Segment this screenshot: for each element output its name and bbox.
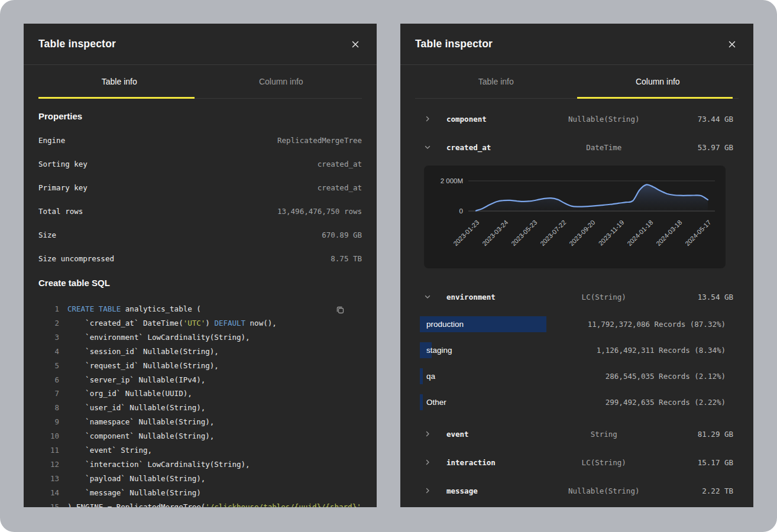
chevron-down-icon — [425, 144, 430, 150]
property-value: 670.89 GB — [322, 231, 362, 239]
property-label: Size — [38, 231, 56, 239]
column-type: LC(String) — [552, 293, 657, 301]
column-row-environment[interactable]: environmentLC(String)13.54 GB — [400, 283, 753, 311]
table-inspector-dialog-column-info: Table inspector Table info Column info c… — [400, 24, 753, 507]
dialog-title: Table inspector — [38, 38, 116, 50]
sql-code-text: `created_at` DateTime('UTC') DEFAULT now… — [67, 316, 277, 330]
line-number: 15 — [38, 500, 59, 507]
column-row-component[interactable]: componentNullable(String)73.44 GB — [400, 105, 753, 133]
property-row: Primary keycreated_at — [38, 176, 362, 199]
column-name: event — [446, 430, 552, 439]
chevron-right-icon — [425, 488, 430, 494]
line-number: 5 — [38, 359, 59, 373]
column-size: 2.22 TB — [656, 486, 733, 495]
column-name: message — [446, 486, 552, 495]
chart-area-fill — [476, 184, 708, 211]
sql-line: 9 `namespace` Nullable(String), — [38, 415, 362, 429]
column-type: Nullable(String) — [552, 115, 657, 124]
sql-code-text: CREATE TABLE analytics_table ( — [67, 302, 201, 316]
chart-x-tick-label: 2023-03-24 — [481, 219, 509, 247]
sql-code-text: `environment` LowCardinality(String), — [67, 330, 250, 345]
sql-line: 10 `component` Nullable(String), — [38, 429, 362, 443]
chart-x-tick-label: 2023-05-23 — [510, 219, 538, 247]
close-button[interactable] — [349, 38, 362, 51]
line-number: 10 — [38, 429, 59, 443]
copy-icon — [335, 305, 345, 315]
column-type: Nullable(String) — [552, 486, 657, 495]
sql-line: 15) ENGINE = ReplicatedMergeTree('/click… — [38, 500, 362, 507]
sql-code-text: `namespace` Nullable(String), — [67, 415, 214, 429]
column-name: environment — [446, 293, 552, 301]
property-row: Total rows13,496,476,750 rows — [38, 199, 362, 223]
column-type: DateTime — [552, 143, 657, 152]
sql-lines: 1CREATE TABLE analytics_table (2 `create… — [38, 302, 362, 507]
sql-line: 5 `request_id` Nullable(String), — [38, 359, 362, 373]
column-row-message[interactable]: messageNullable(String)2.22 TB — [400, 476, 753, 505]
property-label: Primary key — [38, 183, 88, 192]
chart-x-tick-label: 2024-01-18 — [626, 219, 654, 247]
property-row: Sorting keycreated_at — [38, 152, 362, 176]
sql-code-text: `payload` Nullable(String), — [67, 472, 205, 486]
sql-line: 14 `message` Nullable(String) — [38, 486, 362, 500]
sql-line: 8 `user_id` Nullable(String), — [38, 401, 362, 415]
dialog-title: Table inspector — [415, 38, 493, 50]
chart-y-tick-label: 0 — [459, 207, 463, 215]
property-row: EngineReplicatedMergeTree — [38, 128, 362, 152]
sql-code-text: `request_id` Nullable(String), — [67, 359, 219, 373]
property-label: Engine — [38, 136, 65, 145]
line-number: 6 — [38, 373, 59, 387]
value-records: 286,545,035 Records (2.12%) — [606, 372, 726, 381]
value-label: staging — [426, 346, 452, 355]
line-number: 7 — [38, 387, 59, 401]
value-label: Other — [426, 398, 446, 407]
sql-line: 6 `server_ip` Nullable(IPv4), — [38, 373, 362, 387]
tab-bar: Table info Column info — [415, 65, 739, 99]
value-distribution-row: production11,792,372,086 Records (87.32%… — [400, 311, 753, 337]
property-row: Size uncompressed8.75 TB — [38, 246, 362, 270]
property-value: created_at — [318, 183, 362, 192]
sql-code-text: `session_id` Nullable(String), — [67, 345, 219, 359]
sql-line: 3 `environment` LowCardinality(String), — [38, 330, 362, 345]
distribution-bar — [420, 368, 423, 384]
sql-line: 2 `created_at` DateTime('UTC') DEFAULT n… — [38, 316, 362, 330]
property-value: 13,496,476,750 rows — [277, 207, 362, 216]
sql-code-text: `interaction` LowCardinality(String), — [67, 458, 250, 472]
value-label: qa — [426, 372, 435, 381]
tab-column-info[interactable]: Column info — [577, 65, 739, 98]
sql-line: 4 `session_id` Nullable(String), — [38, 345, 362, 359]
copy-sql-button[interactable] — [334, 303, 347, 319]
tab-column-info[interactable]: Column info — [200, 65, 362, 98]
chevron-right-icon — [425, 431, 430, 437]
sql-code-text: ) ENGINE = ReplicatedMergeTree('/clickho… — [67, 500, 365, 507]
chevron-right-icon — [425, 459, 430, 465]
value-distribution-list: production11,792,372,086 Records (87.32%… — [400, 311, 753, 415]
line-number: 13 — [38, 472, 59, 486]
column-row-event[interactable]: eventString81.29 GB — [400, 420, 753, 448]
properties-list: EngineReplicatedMergeTreeSorting keycrea… — [38, 128, 362, 270]
sql-line: 12 `interaction` LowCardinality(String), — [38, 458, 362, 472]
chart-x-tick-label: 2023-07-22 — [539, 219, 567, 247]
line-number: 8 — [38, 401, 59, 415]
line-number: 11 — [38, 443, 59, 458]
line-number: 12 — [38, 458, 59, 472]
created-at-histogram: 2 000M02023-01-232023-03-242023-05-23202… — [424, 166, 726, 268]
column-size: 81.29 GB — [656, 430, 733, 439]
property-value: created_at — [318, 160, 362, 168]
distribution-bar — [420, 394, 423, 410]
value-records: 1,126,492,311 Records (8.34%) — [597, 346, 726, 355]
value-distribution-row: Other299,492,635 Records (2.22%) — [400, 389, 753, 415]
tab-table-info[interactable]: Table info — [38, 65, 200, 98]
column-row-created_at[interactable]: created_atDateTime53.97 GB — [400, 133, 753, 161]
sql-code-text: `user_id` Nullable(String), — [67, 401, 205, 415]
tab-table-info[interactable]: Table info — [415, 65, 577, 98]
property-value: ReplicatedMergeTree — [277, 136, 362, 145]
line-number: 1 — [38, 302, 59, 316]
sql-code-text: `event` String, — [67, 443, 152, 458]
property-label: Size uncompressed — [38, 254, 114, 263]
close-button[interactable] — [726, 38, 739, 51]
column-type: LC(String) — [552, 458, 657, 467]
value-label: production — [426, 320, 464, 329]
chevron-down-icon — [425, 294, 430, 300]
column-row-interaction[interactable]: interactionLC(String)15.17 GB — [400, 448, 753, 476]
dialog-header: Table inspector — [24, 24, 377, 65]
